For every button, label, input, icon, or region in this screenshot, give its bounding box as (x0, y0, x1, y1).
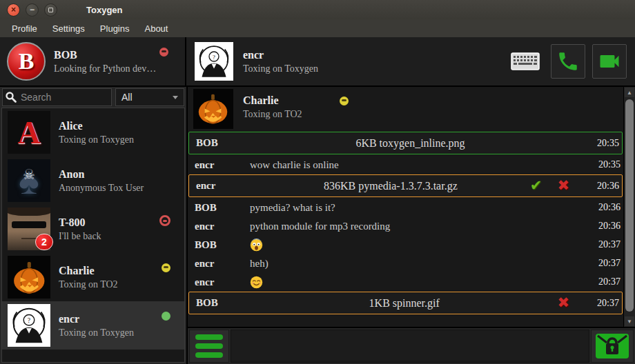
scroll-down-arrow[interactable]: ▼ (625, 316, 634, 326)
status-icon-away (340, 97, 349, 105)
video-call-button[interactable] (592, 44, 627, 79)
contact-item-anon[interactable]: ♠☠ Anon Anonymous Tox User (2, 156, 184, 205)
message-actions: ✔✖ (530, 179, 569, 193)
avatar-pumpkin (8, 256, 50, 299)
message-content: python module for mp3 recording (250, 221, 571, 232)
contact-list: A Alice Toxing on Toxygen ♠☠ Anon Anonym… (1, 108, 185, 363)
contact-status-message: Toxing on TO2 (59, 279, 118, 290)
message-row: BOB 6KB toxygen_inline.png 20:35 (188, 132, 623, 154)
contact-item-charlie[interactable]: Charlie Toxing on TO2 (2, 253, 184, 301)
message-input[interactable] (231, 330, 589, 363)
scrollbar-thumb[interactable] (625, 99, 634, 312)
maximize-icon (48, 8, 53, 12)
message-sender: encr (196, 180, 251, 192)
chat-contact-header: Charlie Toxing on TO2 (188, 87, 623, 130)
window-title: Toxygen (86, 5, 123, 15)
message-time: 20:36 (589, 202, 621, 213)
message-row: encr heh) 20:37 (188, 254, 623, 272)
decline-file-button[interactable]: ✖ (557, 179, 569, 193)
avatar-spade-skull: ♠☠ (8, 159, 50, 202)
menu-plugins[interactable]: Plugins (92, 21, 137, 37)
chat-scrollbar[interactable]: ▲ ▼ (623, 87, 635, 327)
message-row: BOB pymedia? what is it? 20:36 (188, 199, 623, 216)
menu-about[interactable]: About (137, 21, 175, 37)
close-window-button[interactable]: × (7, 3, 20, 17)
message-sender: BOB (196, 137, 251, 149)
maximize-window-button[interactable] (44, 3, 57, 17)
accept-file-button[interactable]: ✔ (530, 179, 543, 193)
minimize-window-button[interactable]: − (26, 3, 39, 17)
message-time: 20:36 (587, 181, 619, 192)
self-profile-panel[interactable]: B BOB Looking for Python dev… (0, 37, 186, 85)
avatar-anonymous-logo: ? (8, 304, 50, 347)
status-icon-online (162, 312, 170, 321)
audio-call-button[interactable] (551, 44, 585, 79)
chat-menu-button[interactable] (189, 330, 229, 363)
message-content: pymedia? what is it? (250, 202, 571, 214)
message-row: encr 20:37 (188, 273, 623, 291)
chat-contact-name: Charlie (243, 94, 279, 107)
message-time: 20:35 (587, 138, 619, 149)
unread-count-badge: 2 (35, 234, 53, 250)
contact-status-message: Toxing on Toxygen (59, 327, 134, 338)
message-content (250, 239, 571, 252)
svg-text:?: ? (213, 54, 215, 61)
message-content: 1KB spinner.gif (251, 297, 557, 310)
contact-item-alice[interactable]: A Alice Toxing on Toxygen (2, 108, 184, 156)
encrypted-send-icon (595, 332, 629, 360)
keyboard-icon (511, 52, 540, 70)
status-icon-away (162, 263, 170, 272)
message-actions: ✖ (557, 296, 569, 310)
message-time: 20:37 (587, 298, 619, 309)
message-sender: BOB (196, 297, 251, 309)
smiling-emoji (250, 276, 263, 289)
message-time: 20:37 (589, 239, 621, 250)
decline-file-button[interactable]: ✖ (557, 296, 569, 310)
hamburger-icon (195, 334, 223, 340)
contact-filter-value: All (121, 92, 133, 103)
contact-name: encr (59, 313, 134, 325)
chat-area: Charlie Toxing on TO2 BOB 6KB toxygen_in… (186, 87, 635, 364)
contact-name: Anon (59, 168, 144, 181)
fearful-emoji (250, 239, 263, 252)
message-row: BOB 20:37 (188, 236, 623, 254)
chevron-down-icon (173, 96, 178, 99)
message-sender: encr (195, 221, 250, 232)
contact-item-encr[interactable]: ? encr Toxing on Toxygen (2, 301, 184, 350)
menu-profile[interactable]: Profile (4, 21, 45, 37)
scroll-up-arrow[interactable]: ▲ (625, 88, 634, 97)
avatar-pumpkin (193, 89, 233, 129)
avatar-letter-a: A (8, 111, 50, 154)
contact-status-message: I'll be back (59, 231, 101, 242)
message-sender: BOB (195, 239, 250, 251)
message-time: 20:35 (589, 159, 621, 170)
send-message-button[interactable] (591, 330, 634, 363)
message-sender: encr (195, 276, 250, 288)
message-row: BOB 1KB spinner.gif ✖ 20:37 (188, 292, 623, 314)
menu-settings[interactable]: Settings (45, 21, 92, 37)
active-chat-status-message: Toxing on Toxygen (243, 63, 318, 74)
avatar-bob: B (7, 42, 46, 81)
search-icon (5, 91, 17, 103)
svg-text:?: ? (28, 316, 30, 324)
message-input-bar (188, 327, 635, 364)
phone-icon (556, 50, 580, 73)
sidebar: All A Alice Toxing on Toxygen ♠☠ Anon An… (0, 87, 186, 364)
search-row: All (2, 88, 184, 106)
message-content: wow charlie is online (250, 159, 571, 171)
header: B BOB Looking for Python dev… ? encr Tox… (0, 37, 635, 87)
contact-filter-dropdown[interactable]: All (115, 88, 184, 106)
message-content: 836KB pymedia-1.3.7.3.tar.gz (251, 180, 530, 192)
avatar-anonymous-logo: ? (195, 42, 233, 81)
message-sender: encr (195, 159, 250, 171)
contact-status-message: Anonymous Tox User (59, 183, 144, 194)
search-input[interactable] (2, 88, 112, 106)
message-row: encr 836KB pymedia-1.3.7.3.tar.gz ✔✖ 20:… (188, 174, 623, 197)
message-list: BOB 6KB toxygen_inline.png 20:35 encr wo… (188, 130, 623, 314)
contact-item-t-800[interactable]: T-800 I'll be back 2 (2, 205, 184, 253)
status-icon-busy-ring (159, 215, 170, 226)
self-status-message: Looking for Python dev… (54, 63, 156, 74)
contact-name: T-800 (59, 216, 101, 229)
chat-history: Charlie Toxing on TO2 BOB 6KB toxygen_in… (188, 87, 623, 327)
active-chat-name: encr (243, 49, 318, 61)
